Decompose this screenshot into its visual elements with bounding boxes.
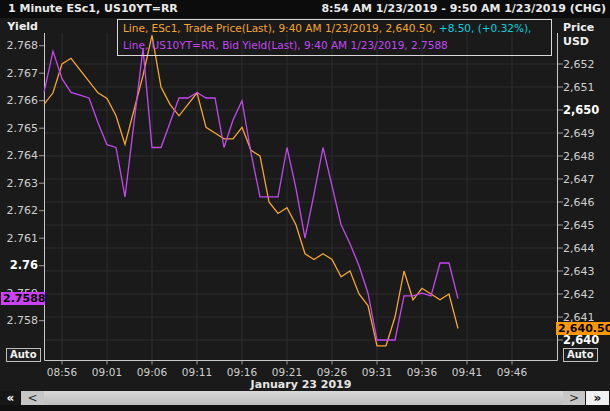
time-tick-label: 09:01 bbox=[85, 366, 129, 378]
yield-tick-label: 2.758 bbox=[0, 314, 38, 327]
time-tick-label: 09:36 bbox=[400, 366, 444, 378]
scroll-far-left-button[interactable]: « bbox=[0, 391, 21, 405]
price-axis-auto-button[interactable]: Auto bbox=[563, 348, 598, 362]
yield-series-line[interactable] bbox=[44, 48, 458, 340]
price-tick-label: 2,642 bbox=[563, 288, 595, 301]
price-tick-label: 2,650 bbox=[563, 104, 599, 117]
chart-window: 1 Minute ESc1, US10YT=RR 8:54 AM 1/23/20… bbox=[0, 0, 610, 411]
price-tick-label: 2,647 bbox=[563, 173, 595, 186]
plot-area[interactable] bbox=[0, 0, 610, 411]
yield-tick-label: 2.767 bbox=[0, 67, 38, 80]
price-tick-label: 2,651 bbox=[563, 81, 595, 94]
time-scrollbar: « < > » bbox=[0, 391, 610, 405]
legend-price-change: +8.50, (+0.32%), bbox=[436, 22, 532, 34]
time-tick-label: 09:46 bbox=[490, 366, 534, 378]
scroll-left-button[interactable]: < bbox=[21, 391, 44, 405]
price-tick-label: 2,652 bbox=[563, 58, 595, 71]
scroll-right-button[interactable]: > bbox=[563, 391, 585, 405]
yield-last-value-badge: 2.7588 bbox=[1, 292, 45, 305]
price-last-value-badge: 2,640.50 bbox=[556, 322, 610, 335]
price-tick-label: 2,643 bbox=[563, 265, 595, 278]
legend-price-text: Line, ESc1, Trade Price(Last), 9:40 AM 1… bbox=[123, 22, 436, 34]
price-axis-header: Price bbox=[563, 21, 594, 34]
time-tick-label: 09:21 bbox=[265, 366, 309, 378]
yield-tick-label: 2.765 bbox=[0, 122, 38, 135]
title-bar: 1 Minute ESc1, US10YT=RR 8:54 AM 1/23/20… bbox=[0, 0, 610, 18]
scrollbar-track[interactable] bbox=[44, 391, 563, 405]
price-tick-label: 2,645 bbox=[563, 219, 595, 232]
time-range-label: 8:54 AM 1/23/2019 - 9:50 AM 1/23/2019 (C… bbox=[321, 0, 606, 18]
time-tick-label: 08:56 bbox=[40, 366, 84, 378]
price-tick-label: 2,649 bbox=[563, 127, 595, 140]
price-tick-label: 2,640 bbox=[563, 334, 599, 347]
yield-tick-label: 2.768 bbox=[0, 39, 38, 52]
time-tick-label: 09:06 bbox=[130, 366, 174, 378]
time-tick-label: 09:41 bbox=[445, 366, 489, 378]
x-axis-date-label: January 23 2019 bbox=[44, 378, 558, 391]
price-tick-label: 2,646 bbox=[563, 196, 595, 209]
yield-axis-auto-button[interactable]: Auto bbox=[6, 348, 41, 362]
time-tick-label: 09:11 bbox=[175, 366, 219, 378]
yield-tick-label: 2.761 bbox=[0, 232, 38, 245]
legend-box: Line, ESc1, Trade Price(Last), 9:40 AM 1… bbox=[117, 19, 552, 56]
bottom-edge bbox=[0, 405, 610, 411]
scroll-far-right-button[interactable]: » bbox=[586, 391, 609, 405]
yield-tick-label: 2.76 bbox=[0, 259, 38, 272]
price-tick-label: 2,648 bbox=[563, 150, 595, 163]
yield-axis-header: Yield bbox=[0, 20, 38, 33]
time-tick-label: 09:16 bbox=[220, 366, 264, 378]
price-series-line[interactable] bbox=[44, 35, 458, 346]
chart-title: 1 Minute ESc1, US10YT=RR bbox=[8, 0, 178, 18]
price-axis-currency: USD bbox=[563, 35, 589, 48]
legend-yield-text: Line, US10YT=RR, Bid Yield(Last), 9:40 A… bbox=[123, 39, 448, 51]
yield-tick-label: 2.766 bbox=[0, 94, 38, 107]
yield-tick-label: 2.764 bbox=[0, 149, 38, 162]
yield-tick-label: 2.763 bbox=[0, 177, 38, 190]
yield-tick-label: 2.762 bbox=[0, 204, 38, 217]
time-tick-label: 09:31 bbox=[355, 366, 399, 378]
legend-entry-yield[interactable]: Line, US10YT=RR, Bid Yield(Last), 9:40 A… bbox=[123, 37, 551, 54]
legend-entry-price[interactable]: Line, ESc1, Trade Price(Last), 9:40 AM 1… bbox=[123, 20, 551, 37]
time-tick-label: 09:26 bbox=[310, 366, 354, 378]
price-tick-label: 2,644 bbox=[563, 242, 595, 255]
